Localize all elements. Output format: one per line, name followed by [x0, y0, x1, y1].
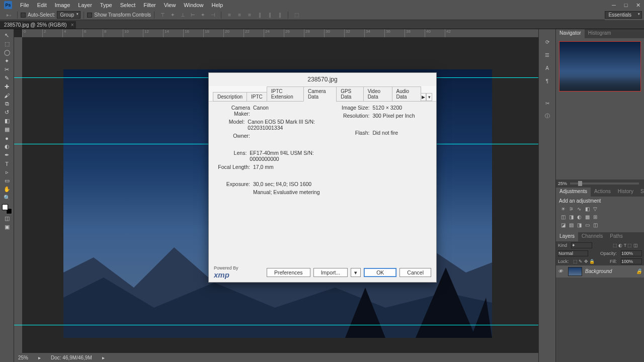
brush-tool[interactable]: 🖌	[2, 91, 12, 100]
tab-description[interactable]: Description	[213, 92, 247, 102]
preferences-button[interactable]: Preferences	[267, 268, 310, 277]
align-left-icon[interactable]: ⊢	[188, 12, 197, 19]
layer-name[interactable]: Background	[585, 268, 612, 274]
navigator-zoom-slider[interactable]	[570, 183, 639, 185]
dist-left-icon[interactable]: ∥	[255, 12, 264, 19]
history-panel-icon[interactable]: ⟳	[542, 37, 552, 47]
eraser-tool[interactable]: ◧	[2, 117, 12, 125]
menu-filter[interactable]: Filter	[139, 2, 159, 8]
swap-panel-icon[interactable]: ✂	[542, 98, 552, 108]
adj-gradmap-icon[interactable]: ▭	[583, 222, 591, 229]
tab-layers[interactable]: Layers	[556, 232, 578, 241]
cancel-button[interactable]: Cancel	[399, 268, 431, 277]
import-dropdown-icon[interactable]: ▾	[351, 268, 361, 277]
tab-paths[interactable]: Paths	[606, 232, 626, 241]
close-tab-icon[interactable]: ×	[71, 22, 74, 28]
layer-background[interactable]: 👁 Background 🔒	[556, 265, 644, 278]
tab-iptc-extension[interactable]: IPTC Extension	[267, 86, 304, 102]
menu-layer[interactable]: Layer	[74, 2, 96, 8]
quickmask-icon[interactable]: ◫	[2, 214, 12, 223]
document-tab[interactable]: 238570.jpg @ 25% (RGB/8) ×	[0, 21, 76, 29]
navigator-thumbnail[interactable]	[559, 41, 641, 92]
dist-vcenter-icon[interactable]: ≡	[235, 12, 244, 19]
history-brush-tool[interactable]: ↺	[2, 108, 12, 117]
tab-camera-data[interactable]: Camera Data	[303, 86, 337, 102]
tab-iptc[interactable]: IPTC	[247, 92, 267, 102]
opacity-input[interactable]: 100%	[621, 250, 642, 256]
tab-audio-data[interactable]: Audio Data	[392, 86, 421, 102]
adj-exposure-icon[interactable]: ◧	[583, 206, 591, 213]
hand-tool[interactable]: ✋	[2, 185, 12, 194]
dodge-tool[interactable]: ◐	[2, 142, 12, 151]
tab-scroll-right-icon[interactable]: ▶	[421, 93, 427, 101]
navigator-zoom-value[interactable]: 25%	[558, 181, 567, 186]
tab-overflow-icon[interactable]: ▾	[426, 93, 432, 101]
tab-actions[interactable]: Actions	[591, 188, 614, 197]
adj-bw-icon[interactable]: ◨	[567, 214, 575, 221]
layer-thumbnail[interactable]	[568, 267, 582, 276]
menu-view[interactable]: View	[160, 2, 180, 8]
show-transform-checkbox[interactable]	[87, 13, 92, 18]
layer-kind-dropdown[interactable]: ✦	[571, 242, 592, 248]
fill-input[interactable]: 100%	[621, 258, 642, 264]
pen-tool[interactable]: ✒	[2, 151, 12, 159]
3d-mode-icon[interactable]: ⬚	[292, 12, 301, 19]
eyedropper-tool[interactable]: ✎	[2, 74, 12, 82]
dist-right-icon[interactable]: ∥	[275, 12, 284, 19]
dist-hcenter-icon[interactable]: ∥	[265, 12, 274, 19]
shape-tool[interactable]: ▭	[2, 176, 12, 185]
type-tool[interactable]: T	[2, 159, 12, 168]
tab-adjustments[interactable]: Adjustments	[556, 188, 591, 197]
minimize-icon[interactable]: ─	[610, 2, 618, 8]
align-vcenter-icon[interactable]: ✦	[168, 12, 177, 19]
visibility-icon[interactable]: 👁	[558, 268, 565, 274]
stamp-tool[interactable]: ⧉	[2, 100, 12, 108]
dist-bottom-icon[interactable]: ≡	[245, 12, 254, 19]
move-tool[interactable]: ↖	[2, 31, 12, 40]
blend-mode-dropdown[interactable]: Normal	[558, 250, 588, 256]
tab-styles[interactable]: Styles	[637, 188, 644, 197]
lasso-tool[interactable]: ◯	[2, 48, 12, 57]
menu-type[interactable]: Type	[96, 2, 116, 8]
adj-selective-icon[interactable]: ◫	[591, 222, 599, 229]
adj-curves-icon[interactable]: ∿	[575, 206, 583, 213]
adj-levels-icon[interactable]: ⚞	[567, 206, 575, 213]
blur-tool[interactable]: ●	[2, 134, 12, 142]
workspace-dropdown[interactable]: Essentials	[605, 11, 642, 19]
status-zoom[interactable]: 25%	[18, 355, 28, 360]
menu-window[interactable]: Window	[180, 2, 207, 8]
adj-invert-icon[interactable]: ◪	[559, 222, 567, 229]
status-arrow-icon[interactable]: ▸	[102, 355, 105, 360]
menu-edit[interactable]: Edit	[33, 2, 51, 8]
close-icon[interactable]: ✕	[634, 2, 642, 8]
adj-brightness-icon[interactable]: ☀	[559, 206, 567, 213]
adj-threshold-icon[interactable]: ◨	[575, 222, 583, 229]
character-panel-icon[interactable]: A	[542, 63, 552, 73]
adj-lookup-icon[interactable]: ⊞	[591, 214, 599, 221]
tab-channels[interactable]: Channels	[578, 232, 606, 241]
ok-button[interactable]: OK	[364, 268, 396, 277]
wand-tool[interactable]: ✦	[2, 57, 12, 65]
info-panel-icon[interactable]: ⓘ	[542, 111, 552, 121]
marquee-tool[interactable]: ⬚	[2, 40, 12, 48]
tab-history[interactable]: History	[614, 188, 637, 197]
lock-buttons[interactable]: ⬚ ✎ ✥ 🔒	[573, 259, 595, 264]
status-size-icon[interactable]: ▸	[38, 355, 41, 360]
status-doc[interactable]: Doc: 46,9M/46,9M	[51, 355, 92, 360]
guide-horizontal[interactable]	[14, 325, 538, 325]
auto-select-dropdown[interactable]: Group	[57, 11, 80, 19]
import-button[interactable]: Import...	[313, 268, 348, 277]
align-top-icon[interactable]: ⊤	[158, 12, 167, 19]
adj-vibrance-icon[interactable]: ▽	[591, 206, 599, 213]
adj-hsl-icon[interactable]: ◫	[559, 214, 567, 221]
menu-file[interactable]: File	[16, 2, 33, 8]
adj-posterize-icon[interactable]: ▤	[567, 222, 575, 229]
screenmode-icon[interactable]: ▣	[2, 223, 12, 231]
zoom-tool[interactable]: 🔍	[2, 194, 12, 202]
tab-video-data[interactable]: Video Data	[363, 86, 392, 102]
auto-select-checkbox[interactable]	[21, 13, 26, 18]
maximize-icon[interactable]: □	[622, 2, 630, 8]
menu-help[interactable]: Help	[207, 2, 227, 8]
tab-navigator[interactable]: Navigator	[556, 29, 585, 38]
align-bottom-icon[interactable]: ⊥	[178, 12, 187, 19]
